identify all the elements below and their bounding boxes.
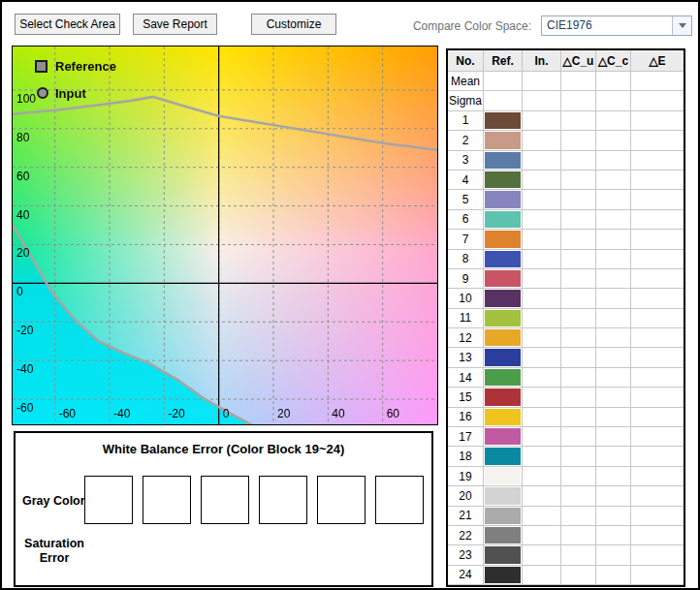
chart-plot: 100806040200-20-40-60-60-40-200204060 Re…	[12, 46, 438, 425]
empty-cell	[596, 348, 631, 367]
row-label: 11	[448, 309, 484, 328]
empty-cell	[561, 328, 596, 348]
column-header: Ref.	[484, 50, 523, 72]
empty-cell	[596, 368, 631, 388]
empty-cell	[596, 131, 631, 150]
gray-color-label: Gray Color	[22, 494, 90, 508]
empty-cell	[523, 230, 561, 249]
empty-cell	[523, 526, 561, 545]
ref-cell	[484, 269, 523, 289]
y-tick-label: -20	[16, 325, 33, 337]
row-label: 8	[448, 250, 484, 269]
table-row: 5	[448, 190, 684, 209]
table-row: 13	[448, 348, 684, 367]
empty-cell	[561, 269, 596, 289]
save-report-button[interactable]: Save Report	[133, 14, 217, 35]
empty-cell	[523, 72, 561, 91]
empty-cell	[596, 447, 631, 466]
ref-cell	[484, 309, 523, 328]
dropdown-button[interactable]	[672, 16, 691, 35]
table-row: 9	[448, 269, 684, 289]
row-label: 24	[448, 566, 484, 585]
empty-cell	[631, 368, 684, 388]
empty-cell	[631, 171, 684, 190]
row-label: 9	[448, 269, 484, 289]
empty-cell	[561, 111, 596, 131]
empty-cell	[596, 91, 631, 110]
empty-cell	[631, 269, 684, 289]
table-row: Sigma	[448, 91, 684, 110]
legend-reference-label: Reference	[55, 59, 116, 74]
ref-cell	[484, 210, 523, 230]
table-row: 19	[448, 467, 684, 486]
empty-cell	[561, 566, 596, 585]
gray-color-box	[84, 476, 133, 524]
empty-cell	[596, 388, 631, 407]
empty-cell	[561, 171, 596, 190]
table-header-row: No.Ref.In.△C_u△C_c△E	[448, 50, 684, 72]
empty-cell	[523, 408, 561, 427]
empty-cell	[596, 171, 631, 190]
empty-cell	[596, 151, 631, 171]
row-label: 12	[448, 328, 484, 348]
empty-cell	[596, 566, 631, 585]
row-label: 2	[448, 131, 484, 150]
empty-cell	[523, 250, 561, 269]
y-tick-label: 20	[16, 247, 29, 260]
color-space-dropdown[interactable]: CIE1976	[541, 16, 692, 36]
ref-cell	[484, 368, 523, 388]
gray-color-box	[201, 476, 249, 524]
saturation-error-label: Saturation Error	[18, 537, 90, 566]
empty-cell	[596, 467, 631, 486]
empty-cell	[596, 72, 631, 91]
ref-color-swatch	[485, 349, 521, 365]
empty-cell	[631, 230, 684, 249]
ref-cell	[484, 408, 523, 427]
row-label: 21	[448, 507, 484, 526]
ref-color-swatch	[485, 171, 521, 188]
x-tick-label: 20	[277, 408, 290, 420]
ref-color-swatch	[485, 310, 521, 326]
empty-cell	[523, 151, 561, 171]
legend-input-label: Input	[55, 86, 86, 101]
ref-color-swatch	[485, 448, 521, 464]
empty-cell	[596, 111, 631, 131]
x-tick-label: -40	[113, 408, 130, 420]
customize-button[interactable]: Customize	[251, 14, 336, 35]
empty-cell	[596, 230, 631, 249]
empty-cell	[631, 309, 684, 328]
empty-cell	[596, 190, 631, 209]
white-balance-title: White Balance Error (Color Block 19~24)	[16, 442, 431, 456]
empty-cell	[596, 486, 631, 506]
empty-cell	[561, 507, 596, 526]
table-row: 12	[448, 328, 684, 348]
ref-cell	[484, 507, 523, 526]
ref-color-swatch	[485, 468, 521, 484]
empty-cell	[561, 486, 596, 506]
ref-color-swatch	[485, 231, 521, 247]
empty-cell	[631, 545, 684, 565]
ref-color-swatch	[485, 132, 521, 148]
gray-color-box	[317, 476, 366, 524]
empty-cell	[561, 210, 596, 230]
empty-cell	[523, 269, 561, 289]
ref-color-swatch	[485, 152, 521, 169]
empty-cell	[631, 111, 684, 131]
row-label: Mean	[448, 72, 484, 91]
ref-color-swatch	[485, 388, 521, 405]
empty-cell	[561, 388, 596, 407]
empty-cell	[561, 131, 596, 150]
empty-cell	[596, 289, 631, 308]
empty-cell	[561, 91, 596, 110]
empty-cell	[561, 467, 596, 486]
row-label: 17	[448, 427, 484, 447]
x-tick-label: -20	[168, 408, 184, 420]
empty-cell	[596, 210, 631, 230]
empty-cell	[596, 526, 631, 545]
y-tick-label: 60	[16, 171, 29, 183]
y-tick-label: 80	[16, 132, 29, 144]
empty-cell	[631, 190, 684, 209]
empty-cell	[523, 328, 561, 348]
row-label: 14	[448, 368, 484, 388]
select-check-area-button[interactable]: Select Check Area	[15, 14, 120, 35]
